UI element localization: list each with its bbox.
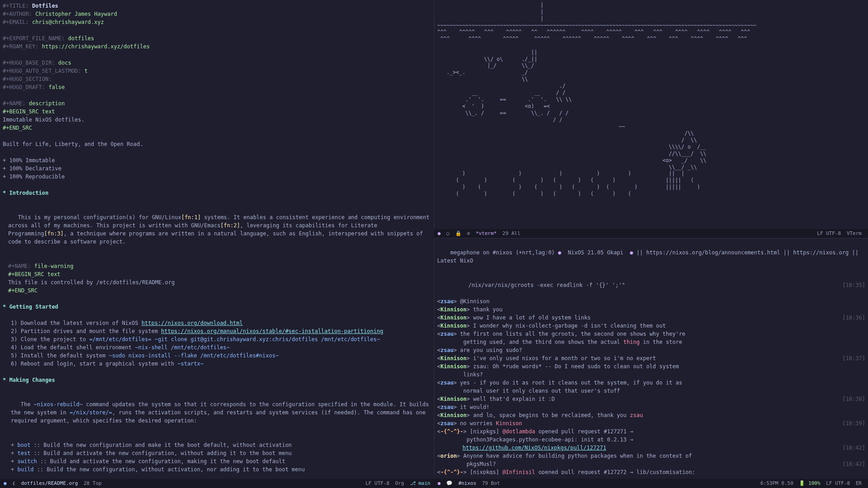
file-warning-text: This file is controlled by /etc/dotfiles… bbox=[3, 278, 431, 286]
roam-key: #+ROAM_KEY: bbox=[3, 43, 38, 50]
chat-line: <Kinnison> well that'd explain it :D[18:… bbox=[437, 395, 865, 403]
hugo-draft-key: #+HUGO_DRAFT: bbox=[3, 84, 45, 90]
end-src-2: #+END_SRC bbox=[8, 287, 38, 294]
op-item: + switch :: Build and activate the new c… bbox=[11, 457, 431, 465]
chat-line: https://github.com/NixOS/nixpkgs/pull/12… bbox=[437, 444, 865, 452]
major-mode: Org bbox=[395, 480, 404, 488]
timestamp: [18:35] bbox=[842, 281, 865, 289]
state-dot-icon: ● bbox=[438, 480, 441, 488]
chat-line: <zsau> it would! bbox=[437, 403, 865, 411]
buffer-name[interactable]: *vterm* bbox=[476, 230, 496, 238]
chat-line: <Kinnison> I wonder why nix-collect-garb… bbox=[437, 322, 865, 330]
download-link[interactable]: https://nixos.org/download.html bbox=[142, 320, 243, 326]
channel-topic: megaphone on #nixos (+nrt,lag:0) ● NixOS… bbox=[437, 240, 865, 273]
topic-separator-icon: ● bbox=[558, 249, 561, 256]
org-buffer[interactable]: #+TITLE: Dotfiles #+AUTHOR: Christopher … bbox=[0, 0, 434, 474]
chat-line: pkgsMusl?[18:42] bbox=[437, 460, 865, 468]
export-key: #+EXPORT_FILE_NAME: bbox=[3, 35, 65, 42]
modeline-org[interactable]: ● ❮ dotfiles/README.org 28 Top LF UTF-8 … bbox=[0, 479, 434, 488]
encoding: LF UTF-8 bbox=[817, 230, 841, 238]
heading-star: * bbox=[3, 190, 6, 196]
chat-line: <zsau> no worries Kinnison[18:39] bbox=[437, 419, 865, 427]
chat-line: <zsau> yes - if you do it as root it cle… bbox=[437, 379, 865, 387]
footnote-3[interactable]: [fn:3] bbox=[44, 230, 63, 237]
state-dot-icon: ● bbox=[4, 480, 7, 488]
step-4: 4) Load the default shell environment ~n… bbox=[3, 343, 431, 352]
git-branch[interactable]: main bbox=[419, 480, 431, 486]
src-name-value-2: file-warning bbox=[34, 263, 74, 269]
bullet-reproducible: + 100% Reproducible bbox=[3, 173, 431, 181]
title-value: Dotfiles bbox=[32, 3, 58, 9]
vterm-buffer[interactable]: | | | ~~~~~~~~~~~~~~~~~~~~~~~~~~~~~~~~~~… bbox=[434, 0, 868, 238]
heading-introduction[interactable]: Introduction bbox=[9, 190, 48, 196]
heading-getting-started[interactable]: Getting Started bbox=[9, 304, 58, 310]
chat-line: <Kinnison> i've only used nixos for a mo… bbox=[437, 354, 865, 362]
chat-line: normal user it only cleans out that user… bbox=[437, 387, 865, 395]
src-name-key-2: #+NAME: bbox=[8, 263, 31, 269]
heading-making-changes[interactable]: Making Changes bbox=[9, 377, 55, 383]
chat-line: <Kinnison> wow I have a lot of old syste… bbox=[437, 314, 865, 322]
chat-line: getting used, and the third one shows th… bbox=[437, 338, 865, 346]
footnote-2[interactable]: [fn:2] bbox=[221, 222, 240, 229]
major-mode: ER bbox=[856, 480, 862, 488]
op-item: + build-vm :: Build a script that starts… bbox=[11, 474, 431, 474]
export-value: dotfiles bbox=[68, 35, 94, 42]
clock: 6:53PM 0.50 bbox=[760, 480, 793, 488]
chat-line: <zsau> are you using sudo? bbox=[437, 346, 865, 354]
readonly-icon: ⊘ bbox=[467, 230, 470, 238]
roam-value: https://chrishayward.xyz/dotfiles bbox=[42, 43, 150, 50]
step-6: 6) Reboot and login, start a graphical s… bbox=[3, 360, 431, 368]
author-value: Christopher James Hayward bbox=[35, 11, 117, 17]
email-key: #+EMAIL: bbox=[3, 19, 29, 25]
topic-command: /nix/var/nix/gcroots -exec readlink -f '… bbox=[437, 273, 865, 297]
footnote-1[interactable]: [fn:1] bbox=[181, 214, 201, 221]
buffer-position: 29 All bbox=[502, 230, 520, 238]
hugo-lastmod-value: t bbox=[85, 68, 88, 74]
channel-name[interactable]: #nixos bbox=[458, 480, 476, 488]
hugo-draft-value: false bbox=[48, 84, 65, 90]
step-1: 1) Download the latest version of NixOS … bbox=[3, 319, 431, 327]
step-2: 2) Partition drives and mount the file s… bbox=[3, 327, 431, 335]
op-item: + build :: Build the new configuration, … bbox=[11, 465, 431, 474]
step-3: 3) Clone the project to =/mnt/etc/dotfil… bbox=[3, 335, 431, 343]
intro-paragraph: This is my personal configuration(s) for… bbox=[3, 205, 431, 254]
circle-icon: ○ bbox=[446, 230, 449, 238]
heading-star-3: * bbox=[3, 377, 6, 383]
step-5: 5) Install the default system ~sudo nixo… bbox=[3, 352, 431, 360]
encoding: LF UTF-8 bbox=[365, 480, 389, 488]
chevron-left-icon: ❮ bbox=[12, 480, 15, 488]
buffer-position: 28 Top bbox=[84, 480, 102, 488]
bullet-declarative: + 100% Declarative bbox=[3, 164, 431, 173]
topic-separator-icon-2: ● bbox=[630, 249, 633, 256]
tagline: Built for Life, Liberty, and the Open Ro… bbox=[3, 140, 431, 148]
modeline-erc[interactable]: ● 💬 #nixos 79 Bot 6:53PM 0.50 🔋 100% LF … bbox=[434, 479, 868, 488]
chat-line: <-{^-^}-> [nixpkgs] @Infinisil opened pu… bbox=[437, 468, 865, 474]
partitioning-link[interactable]: https://nixos.org/manual/nixos/stable/#s… bbox=[161, 328, 383, 334]
chat-line: <-{^-^}-> [nixpkgs] @dotlambda opened pu… bbox=[437, 427, 865, 436]
state-dot-icon: ● bbox=[438, 230, 441, 238]
hugo-base-value: docs bbox=[58, 60, 71, 66]
title-key: #+TITLE: bbox=[3, 3, 29, 9]
chat-line: <Kinnison> zsau: Oh *rude words* -- Do I… bbox=[437, 362, 865, 371]
ascii-art: | | | ~~~~~~~~~~~~~~~~~~~~~~~~~~~~~~~~~~… bbox=[437, 2, 865, 197]
hugo-lastmod-key: #+HUGO_AUTO_SET_LASTMOD: bbox=[3, 68, 81, 74]
chat-line: <Kinnison> and lo, space begins to be re… bbox=[437, 411, 865, 419]
major-mode: VTerm bbox=[847, 230, 862, 238]
chat-line: python3Packages.python-ecobee-api: init … bbox=[437, 436, 865, 444]
battery-icon: 🔋 100% bbox=[799, 480, 820, 488]
src-name-key: #+NAME: bbox=[3, 100, 26, 107]
chat-line: <Kinnison> thank you bbox=[437, 305, 865, 314]
making-changes-paragraph: The ~nixos-rebuild~ command updates the … bbox=[3, 392, 431, 433]
chat-icon: 💬 bbox=[446, 480, 453, 488]
bullet-immutable: + 100% Immutable bbox=[3, 156, 431, 164]
op-item: + boot :: Build the new configuration an… bbox=[11, 441, 431, 449]
begin-src-text-2: #+BEGIN_SRC text bbox=[8, 271, 61, 277]
erc-buffer[interactable]: megaphone on #nixos (+nrt,lag:0) ● NixOS… bbox=[434, 238, 868, 474]
chat-line: <orion> Anyone have advice for building … bbox=[437, 452, 865, 460]
hugo-base-key: #+HUGO_BASE_DIR: bbox=[3, 60, 55, 66]
modeline-vterm[interactable]: ● ○ 🔒 ⊘ *vterm* 29 All LF UTF-8 VTerm bbox=[434, 229, 868, 238]
buffer-name[interactable]: dotfiles/README.org bbox=[21, 480, 78, 488]
branch-icon: ⎇ bbox=[410, 480, 416, 488]
description-text: Immutable NixOS dotfiles. bbox=[3, 116, 431, 124]
chat-line: <zsau> the first one lists all the gcroo… bbox=[437, 330, 865, 338]
